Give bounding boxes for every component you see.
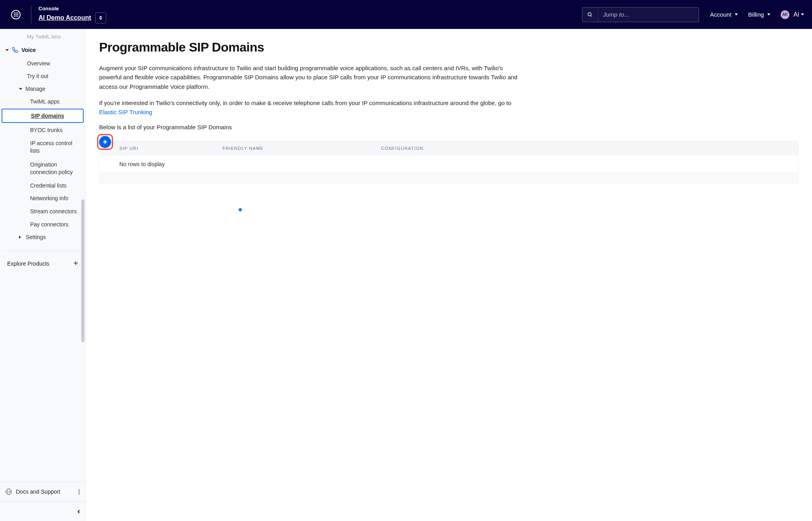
intro-paragraph-1: Augment your SIP communications infrastr… — [99, 63, 519, 91]
docs-label: Docs and Support — [16, 488, 60, 495]
col-sip-uri: SIP URI — [119, 146, 222, 151]
sidebar-divider — [4, 251, 81, 251]
sort-icon — [99, 16, 103, 20]
chevron-right-icon — [19, 236, 23, 239]
user-menu[interactable]: AK AI — [781, 10, 804, 19]
account-switch-button[interactable] — [95, 12, 106, 23]
sidebar-item-ip-acl[interactable]: IP access control lists — [0, 136, 85, 158]
brand-logo[interactable] — [8, 7, 24, 23]
sidebar-docs-support[interactable]: Docs and Support — [0, 482, 85, 501]
search-box[interactable] — [582, 7, 699, 22]
globe-icon — [6, 488, 12, 495]
sidebar-item-sip-domains[interactable]: SIP domains — [2, 109, 84, 123]
col-friendly-name: FRIENDLY NAME — [222, 146, 381, 151]
plus-icon: + — [103, 138, 107, 146]
avatar: AK — [781, 10, 789, 19]
col-configuration: CONFIGURATION — [381, 146, 798, 151]
chevron-down-icon — [735, 13, 738, 15]
sidebar-item-manage[interactable]: Manage — [0, 82, 85, 95]
sidebar-item-networking-info[interactable]: Networking info — [0, 192, 85, 205]
sidebar-scrollbar[interactable] — [81, 199, 84, 342]
sidebar-item-label: Manage — [25, 86, 46, 92]
svg-point-0 — [588, 12, 591, 15]
main-content: Programmable SIP Domains Augment your SI… — [86, 29, 812, 521]
user-label: AI — [793, 11, 799, 18]
sidebar-section-voice[interactable]: Voice — [0, 43, 85, 57]
intro-paragraph-2: If you're interested in Twilio's connect… — [99, 98, 519, 117]
sidebar-item-pay-connectors[interactable]: Pay connectors — [0, 218, 85, 231]
console-label: Console — [38, 6, 106, 11]
sidebar-item-credential-lists[interactable]: Credential lists — [0, 179, 85, 192]
logo-icon — [11, 10, 21, 19]
billing-menu-label: Billing — [748, 11, 764, 18]
table-footer-stripe — [100, 173, 798, 183]
sip-domains-table: SIP URI FRIENDLY NAME CONFIGURATION No r… — [99, 141, 799, 183]
account-menu[interactable]: Account — [710, 11, 738, 18]
para2-text: If you're interested in Twilio's connect… — [99, 100, 511, 106]
sidebar: My TwiML bins Voice Overview Try it out … — [0, 29, 86, 521]
search-icon[interactable] — [582, 8, 598, 22]
sidebar-item-twiml-apps[interactable]: TwiML apps — [0, 95, 85, 108]
more-icon[interactable] — [79, 489, 80, 494]
indicator-dot — [239, 208, 242, 211]
elastic-sip-trunking-link[interactable]: Elastic SIP Trunking — [99, 109, 152, 115]
table-empty-row: No rows to display — [100, 155, 798, 173]
account-block: Console AI Demo Account — [38, 6, 106, 23]
sidebar-item-settings[interactable]: Settings — [0, 231, 85, 243]
explore-label: Explore Products — [7, 260, 50, 267]
phone-icon — [12, 47, 18, 53]
sidebar-item-overview[interactable]: Overview — [0, 57, 85, 70]
sidebar-item-try-it-out[interactable]: Try it out — [0, 70, 85, 82]
add-button-highlight: + — [99, 136, 111, 148]
svg-line-1 — [591, 15, 592, 16]
sidebar-section-label: Voice — [21, 47, 36, 53]
search-input[interactable] — [598, 11, 699, 18]
chevron-double-left-icon: ‹‹ — [77, 507, 78, 515]
sidebar-item-twiml-bins[interactable]: My TwiML bins — [0, 31, 85, 43]
chevron-down-icon — [19, 88, 22, 90]
sidebar-item-label: Settings — [26, 234, 46, 240]
list-subhead: Below is a list of your Programmable SIP… — [99, 124, 799, 130]
plus-icon: + — [73, 259, 78, 268]
sidebar-explore-products[interactable]: Explore Products + — [0, 254, 85, 273]
account-name[interactable]: AI Demo Account — [38, 14, 91, 21]
chevron-down-icon — [767, 13, 770, 15]
chevron-down-icon — [6, 49, 9, 51]
sidebar-item-stream-connectors[interactable]: Stream connectors — [0, 205, 85, 218]
header-divider — [31, 6, 31, 23]
page-title: Programmable SIP Domains — [99, 40, 799, 55]
sidebar-footer: Docs and Support ‹‹ — [0, 482, 85, 521]
sidebar-item-byoc-trunks[interactable]: BYOC trunks — [0, 124, 85, 136]
sidebar-collapse-button[interactable]: ‹‹ — [0, 501, 85, 521]
add-sip-domain-button[interactable]: + — [99, 136, 111, 148]
sidebar-item-origination[interactable]: Origination connection policy — [0, 158, 85, 179]
app-header: Console AI Demo Account Account Billing … — [0, 0, 812, 29]
chevron-down-icon — [801, 13, 804, 15]
billing-menu[interactable]: Billing — [748, 11, 770, 18]
account-menu-label: Account — [710, 11, 732, 18]
table-header: SIP URI FRIENDLY NAME CONFIGURATION — [100, 141, 798, 155]
